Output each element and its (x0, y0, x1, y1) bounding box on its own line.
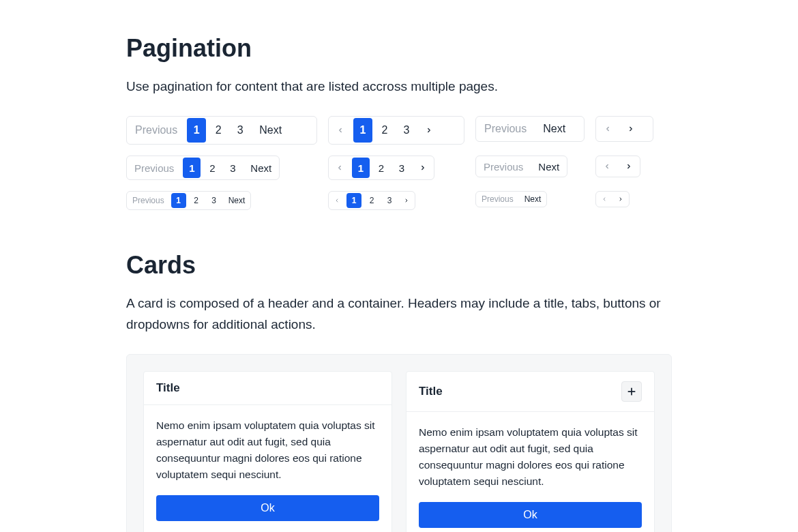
pagination-page-3[interactable]: 3 (397, 118, 416, 143)
pagination-arrowsonly-sm (595, 191, 630, 207)
pagination-previous[interactable]: Previous (476, 117, 535, 141)
pagination-page-3[interactable]: 3 (207, 193, 222, 208)
card-title: Title (156, 381, 180, 395)
chevron-right-icon (404, 198, 409, 203)
chevron-left-icon (602, 196, 607, 202)
pagination-previous[interactable]: Previous (127, 158, 181, 178)
pagination-next[interactable]: Next (243, 158, 279, 178)
pagination-page-3[interactable]: 3 (393, 158, 411, 178)
pagination-page-1[interactable]: 1 (171, 193, 186, 208)
pagination-prev-arrow[interactable] (329, 158, 351, 178)
card-header: Title (144, 372, 391, 405)
pagination-description: Use pagination for content that are list… (126, 76, 672, 97)
pagination-page-2[interactable]: 2 (189, 193, 204, 208)
plus-icon (627, 387, 636, 396)
pagination-labels-md: Previous 1 2 3 Next (126, 156, 280, 180)
card-with-action: Title Nemo enim ipsam voluptatem quia vo… (406, 371, 655, 532)
chevron-left-icon (604, 163, 610, 170)
pagination-page-1[interactable]: 1 (352, 158, 370, 178)
card-header: Title (407, 372, 654, 412)
cards-arena: Title Nemo enim ipsam voluptatem quia vo… (126, 354, 672, 532)
cards-description: A card is composed of a header and a con… (126, 293, 672, 335)
pagination-page-2[interactable]: 2 (209, 118, 228, 143)
pagination-simple-md: Previous Next (475, 156, 567, 177)
pagination-heading: Pagination (126, 34, 672, 63)
pagination-arrows-md: 1 2 3 (328, 156, 434, 180)
pagination-page-1[interactable]: 1 (183, 158, 201, 178)
pagination-page-3[interactable]: 3 (231, 118, 250, 143)
pagination-next-arrow[interactable] (398, 193, 415, 208)
pagination-arrows-lg: 1 2 3 (328, 116, 464, 145)
pagination-next[interactable]: Next (519, 192, 547, 207)
card-add-button[interactable] (621, 381, 642, 402)
pagination-next-arrow[interactable] (618, 156, 640, 177)
chevron-left-icon (604, 125, 611, 132)
pagination-page-3[interactable]: 3 (224, 158, 241, 178)
pagination-examples: Previous 1 2 3 Next 1 2 3 Previous Next (126, 116, 672, 210)
pagination-previous[interactable]: Previous (476, 192, 519, 207)
chevron-right-icon (625, 163, 632, 170)
chevron-right-icon (618, 196, 623, 202)
pagination-arrowsonly-lg (595, 116, 653, 142)
card-body-text: Nemo enim ipsam voluptatem quia voluptas… (156, 417, 379, 483)
pagination-page-3[interactable]: 3 (382, 193, 397, 208)
card-body-text: Nemo enim ipsam voluptatem quia voluptas… (419, 424, 642, 490)
pagination-page-1[interactable]: 1 (346, 193, 361, 208)
pagination-prev-arrow[interactable] (596, 117, 619, 141)
card-ok-button[interactable]: Ok (419, 502, 642, 528)
pagination-simple-lg: Previous Next (475, 116, 585, 142)
pagination-prev-arrow[interactable] (329, 193, 345, 208)
card-body: Nemo enim ipsam voluptatem quia voluptas… (407, 412, 654, 532)
chevron-right-icon (426, 127, 432, 134)
chevron-left-icon (337, 127, 344, 134)
card-basic: Title Nemo enim ipsam voluptatem quia vo… (143, 371, 392, 532)
pagination-previous[interactable]: Previous (476, 156, 531, 177)
pagination-next[interactable]: Next (531, 156, 567, 177)
chevron-left-icon (334, 198, 340, 203)
pagination-section: Pagination Use pagination for content th… (126, 34, 672, 210)
cards-heading: Cards (126, 251, 672, 280)
pagination-page-2[interactable]: 2 (203, 158, 221, 178)
pagination-page-2[interactable]: 2 (372, 158, 390, 178)
pagination-next[interactable]: Next (251, 118, 290, 143)
pagination-arrowsonly-md (595, 156, 640, 177)
pagination-next-arrow[interactable] (412, 158, 434, 178)
pagination-prev-arrow[interactable] (596, 192, 612, 207)
pagination-page-1[interactable]: 1 (187, 118, 206, 143)
cards-section: Cards A card is composed of a header and… (126, 251, 672, 532)
card-body: Nemo enim ipsam voluptatem quia voluptas… (144, 405, 391, 532)
pagination-next-arrow[interactable] (619, 117, 642, 141)
pagination-next-arrow[interactable] (612, 192, 629, 207)
pagination-simple-sm: Previous Next (475, 191, 547, 207)
pagination-labels-sm: Previous 1 2 3 Next (126, 191, 251, 210)
pagination-arrows-sm: 1 2 3 (328, 191, 415, 210)
pagination-next-arrow[interactable] (417, 118, 441, 143)
chevron-left-icon (336, 164, 343, 171)
pagination-labels-lg: Previous 1 2 3 Next (126, 116, 317, 145)
card-title: Title (419, 385, 443, 398)
pagination-previous[interactable]: Previous (127, 118, 186, 143)
pagination-page-2[interactable]: 2 (364, 193, 379, 208)
pagination-prev-arrow[interactable] (329, 118, 352, 143)
chevron-right-icon (627, 125, 634, 132)
pagination-next[interactable]: Next (535, 117, 574, 141)
chevron-right-icon (419, 164, 426, 171)
pagination-next[interactable]: Next (223, 193, 251, 208)
pagination-prev-arrow[interactable] (596, 156, 618, 177)
pagination-page-2[interactable]: 2 (375, 118, 394, 143)
pagination-previous[interactable]: Previous (127, 193, 170, 208)
card-ok-button[interactable]: Ok (156, 495, 379, 521)
pagination-page-1[interactable]: 1 (353, 118, 372, 143)
